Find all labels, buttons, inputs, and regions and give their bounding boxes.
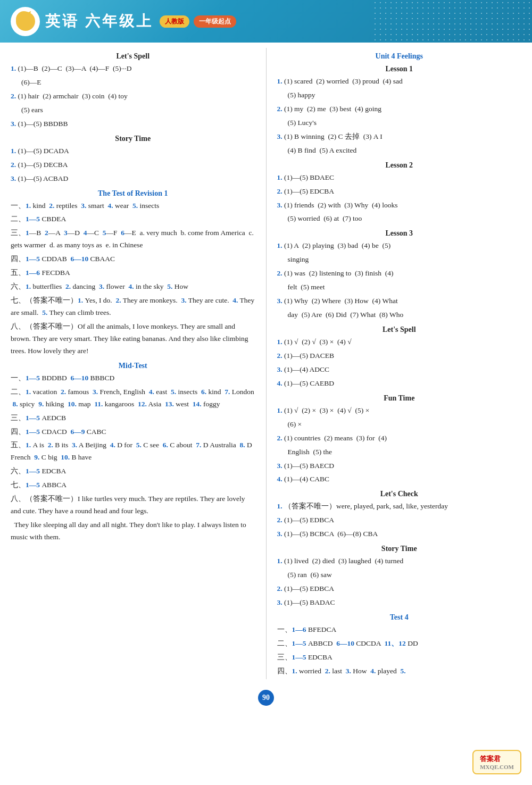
mid-test-2: 二、1. vacation 2. famous 3. French, Engli… [11, 386, 255, 411]
revision-title: The Test of Revision 1 [11, 189, 255, 198]
revision-7: 七、（答案不唯一）1. Yes, I do. 2. They are monke… [11, 295, 255, 319]
header-title: 英语 六年级上 [45, 11, 153, 31]
story-time-1: 1. (1)—(5) DCADA [11, 145, 255, 157]
logo [11, 7, 40, 36]
mid-test-1: 一、1—5 BDDBD 6—10 BBBCD [11, 372, 255, 385]
lets-spell-1b: (6)—E [11, 77, 255, 89]
page-header: 英语 六年级上 人教版 一年级起点 [0, 0, 532, 43]
right-column: Unit 4 Feelings Lesson 1 1. (1) scared (… [267, 48, 522, 679]
lesson1-3b: (4) B find (5) A excited [277, 145, 522, 157]
test4-1: 一、1—6 BFEDCA [277, 624, 522, 636]
lesson2-3: 3. (1) friends (2) with (3) Why (4) look… [277, 199, 522, 212]
revision-5: 五、1—6 FECDBA [11, 267, 255, 279]
fun-time-3: 3. (1)—(5) BAECD [277, 460, 522, 472]
mid-test-8b: They like sleeping all day and all night… [11, 519, 255, 544]
lets-check-title: Let's Check [277, 490, 522, 498]
mid-test-4: 四、1—5 CDACD 6—9 CABC [11, 426, 255, 438]
mid-test-3: 三、1—5 AEDCB [11, 412, 255, 424]
revision-8: 八、（答案不唯一）Of all the animals, I love monk… [11, 321, 255, 357]
lesson1-2: 2. (1) my (2) me (3) best (4) going [277, 103, 522, 115]
revision-4: 四、1—5 CDDAB 6—10 CBAAC [11, 253, 255, 265]
lets-check-3: 3. (1)—(5) BCBCA (6)—(8) CBA [277, 528, 522, 540]
watermark-line1: 答案君 [480, 754, 514, 764]
lesson3-3b: day (5) Are (6) Did (7) What (8) Who [277, 309, 522, 321]
lesson1-1: 1. (1) scared (2) worried (3) proud (4) … [277, 76, 522, 88]
fun-time-1: 1. (1) √ (2) × (3) × (4) √ (5) × [277, 405, 522, 417]
lesson2-title: Lesson 2 [277, 161, 522, 170]
lesson3-2b: felt (5) meet [277, 281, 522, 294]
revision-1: 一、1. kind 2. reptiles 3. smart 4. wear 5… [11, 200, 255, 212]
story-time-title: Story Time [11, 135, 255, 143]
fun-time-4: 4. (1)—(4) CABC [277, 473, 522, 486]
watermark-line2: MXQE.COM [480, 764, 514, 770]
unit4-title: Unit 4 Feelings [277, 52, 522, 61]
page-number: 90 [258, 690, 274, 706]
lesson2-2: 2. (1)—(5) EDCBA [277, 186, 522, 198]
lets-check-1: 1. （答案不唯一）were, played, park, sad, like,… [277, 500, 522, 513]
lets-spell-2b: (5) ears [11, 104, 255, 116]
lets-spell2-1: 1. (1) √ (2) √ (3) × (4) √ [277, 336, 522, 348]
lets-spell-2: 2. (1) hair (2) armchair (3) coin (4) to… [11, 90, 255, 103]
revision-2: 二、1—5 CBDEA [11, 213, 255, 226]
story-time2-1: 1. (1) lived (2) died (3) laughed (4) tu… [277, 555, 522, 567]
lesson1-title: Lesson 1 [277, 65, 522, 73]
lets-spell2-3: 3. (1)—(4) ADCC [277, 364, 522, 376]
test4-3: 三、1—5 EDCBA [277, 652, 522, 664]
page-number-bar: 90 [0, 690, 532, 706]
header-decoration [372, 0, 532, 43]
fun-time-title: Fun Time [277, 394, 522, 403]
lesson2-3b: (5) worried (6) at (7) too [277, 213, 522, 225]
watermark: 答案君 MXQE.COM [472, 750, 521, 774]
lets-spell2-2: 2. (1)—(5) DACEB [277, 350, 522, 362]
lesson1-2b: (5) Lucy's [277, 117, 522, 129]
main-content: Let's Spell 1. (1)—B (2)—C (3)—A (4)—F (… [0, 43, 532, 684]
lets-spell-1: 1. (1)—B (2)—C (3)—A (4)—F (5)···D [11, 63, 255, 75]
story-time2-1b: (5) ran (6) saw [277, 569, 522, 581]
lets-check-2: 2. (1)—(5) EDBCA [277, 514, 522, 527]
lesson2-1: 1. (1)—(5) BDAEC [277, 172, 522, 184]
header-badge2: 一年级起点 [194, 15, 236, 28]
lesson1-1b: (5) happy [277, 89, 522, 102]
mid-test-8: 八、（答案不唯一）I like turtles very much. They … [11, 493, 255, 517]
lets-spell-title: Let's Spell [11, 52, 255, 61]
mid-test-7: 七、1—5 ABBCA [11, 479, 255, 491]
fun-time-2b: English (5) the [277, 446, 522, 458]
mid-test-5: 五、1. A is 2. B its 3. A Beijing 4. D for… [11, 439, 255, 464]
revision-3: 三、1—B 2—A 3—D 4—C 5—F 6—E a. very much b… [11, 227, 255, 252]
mid-test-title: Mid-Test [11, 362, 255, 370]
lets-spell2-4: 4. (1)—(5) CAEBD [277, 378, 522, 390]
svg-point-2 [20, 15, 25, 21]
story-time2-2: 2. (1)—(5) EDBCA [277, 583, 522, 595]
lesson3-3: 3. (1) Why (2) Where (3) How (4) What [277, 295, 522, 307]
fun-time-1b: (6) × [277, 419, 522, 431]
story-time-title2: Story Time [277, 545, 522, 553]
lesson3-title: Lesson 3 [277, 229, 522, 238]
story-time-2: 2. (1)—(5) DECBA [11, 159, 255, 171]
test4-2: 二、1—5 ABBCD 6—10 CDCDA 11、12 DD [277, 638, 522, 650]
lesson3-1b: singing [277, 254, 522, 266]
story-time-3: 3. (1)—(5) ACBAD [11, 173, 255, 185]
svg-line-3 [26, 13, 30, 15]
lets-spell-3: 3. (1)—(5) BBDBB [11, 118, 255, 130]
story-time2-3: 3. (1)—(5) BADAC [277, 597, 522, 609]
mid-test-6: 六、1—5 EDCBA [11, 465, 255, 478]
test4-title: Test 4 [277, 613, 522, 622]
left-column: Let's Spell 1. (1)—B (2)—C (3)—A (4)—F (… [11, 48, 267, 679]
header-badge1: 人教版 [160, 15, 189, 28]
svg-point-0 [16, 12, 35, 31]
svg-point-1 [18, 14, 27, 22]
svg-line-4 [27, 12, 31, 14]
lets-spell-title2: Let's Spell [277, 325, 522, 334]
lesson3-1: 1. (1) A (2) playing (3) bad (4) be (5) [277, 240, 522, 252]
lesson3-2: 2. (1) was (2) listening to (3) finish (… [277, 268, 522, 280]
test4-4: 四、1. worried 2. last 3. How 4. played 5. [277, 665, 522, 678]
fun-time-2: 2. (1) countries (2) means (3) for (4) [277, 432, 522, 445]
revision-6: 六、1. butterflies 2. dancing 3. flower 4.… [11, 281, 255, 293]
lesson1-3: 3. (1) B winning (2) C 去掉 (3) A I [277, 131, 522, 143]
